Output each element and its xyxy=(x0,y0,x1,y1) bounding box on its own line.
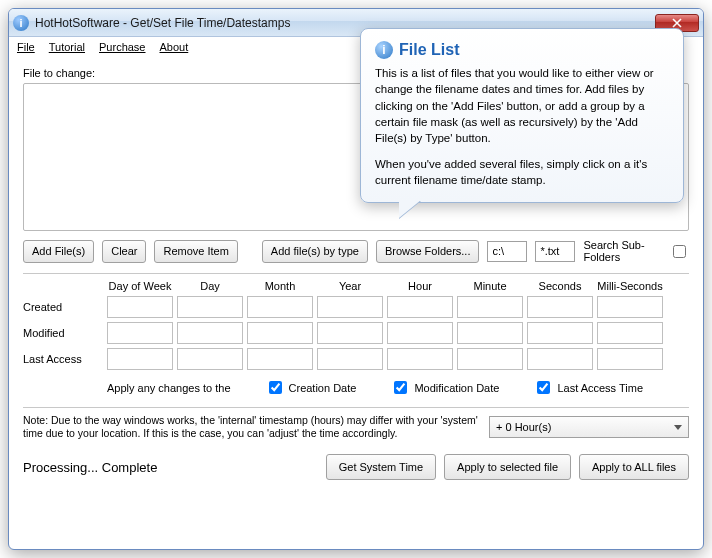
lastaccess-checkbox[interactable] xyxy=(537,381,550,394)
separator-2 xyxy=(23,407,689,408)
col-minute: Minute xyxy=(457,280,523,292)
app-icon: i xyxy=(13,15,29,31)
modification-date-checkbox[interactable] xyxy=(394,381,407,394)
row-created-label: Created xyxy=(23,301,103,313)
info-icon: i xyxy=(375,41,393,59)
browse-folders-button[interactable]: Browse Folders... xyxy=(376,240,480,263)
apply-row: Apply any changes to the Creation Date M… xyxy=(23,378,689,397)
col-month: Month xyxy=(247,280,313,292)
remove-item-button[interactable]: Remove Item xyxy=(154,240,237,263)
lastaccess-ms[interactable] xyxy=(597,348,663,370)
modified-seconds[interactable] xyxy=(527,322,593,344)
row-lastaccess-label: Last Access xyxy=(23,353,103,365)
modified-hour[interactable] xyxy=(387,322,453,344)
col-seconds: Seconds xyxy=(527,280,593,292)
modified-ms[interactable] xyxy=(597,322,663,344)
menu-purchase[interactable]: Purchase xyxy=(99,41,145,53)
tooltip-para2: When you've added several files, simply … xyxy=(375,156,669,188)
chevron-down-icon xyxy=(674,425,682,430)
note-row: Note: Due to the way windows works, the … xyxy=(23,414,689,440)
lastaccess-minute[interactable] xyxy=(457,348,523,370)
created-month[interactable] xyxy=(247,296,313,318)
search-subfolders-checkbox[interactable] xyxy=(673,245,686,258)
lastaccess-day[interactable] xyxy=(177,348,243,370)
col-hour: Hour xyxy=(387,280,453,292)
col-ms: Milli-Seconds xyxy=(597,280,663,292)
row-modified-label: Modified xyxy=(23,327,103,339)
created-year[interactable] xyxy=(317,296,383,318)
hour-offset-combo[interactable]: + 0 Hour(s) xyxy=(489,416,689,438)
hour-offset-value: + 0 Hour(s) xyxy=(496,421,551,433)
creation-date-label: Creation Date xyxy=(289,382,357,394)
menu-file[interactable]: File xyxy=(17,41,35,53)
add-by-type-button[interactable]: Add file(s) by type xyxy=(262,240,368,263)
created-dow[interactable] xyxy=(107,296,173,318)
lastaccess-label: Last Access Time xyxy=(557,382,643,394)
col-dow: Day of Week xyxy=(107,280,173,292)
modified-day[interactable] xyxy=(177,322,243,344)
file-buttons-row: Add File(s) Clear Remove Item Add file(s… xyxy=(23,239,689,263)
lastaccess-hour[interactable] xyxy=(387,348,453,370)
col-year: Year xyxy=(317,280,383,292)
modification-date-label: Modification Date xyxy=(414,382,499,394)
tooltip-tail xyxy=(399,200,421,218)
add-files-button[interactable]: Add File(s) xyxy=(23,240,94,263)
apply-changes-label: Apply any changes to the xyxy=(107,382,231,394)
note-text: Note: Due to the way windows works, the … xyxy=(23,414,479,440)
clear-button[interactable]: Clear xyxy=(102,240,146,263)
lastaccess-dow[interactable] xyxy=(107,348,173,370)
menu-tutorial[interactable]: Tutorial xyxy=(49,41,85,53)
creation-date-checkbox[interactable] xyxy=(269,381,282,394)
lastaccess-year[interactable] xyxy=(317,348,383,370)
modified-minute[interactable] xyxy=(457,322,523,344)
menu-about[interactable]: About xyxy=(160,41,189,53)
status-text: Processing... Complete xyxy=(23,460,318,475)
path-input[interactable] xyxy=(487,241,527,262)
apply-selected-button[interactable]: Apply to selected file xyxy=(444,454,571,480)
mask-input[interactable] xyxy=(535,241,575,262)
lastaccess-checkbox-wrap[interactable]: Last Access Time xyxy=(533,378,643,397)
lastaccess-month[interactable] xyxy=(247,348,313,370)
created-seconds[interactable] xyxy=(527,296,593,318)
bottom-row: Processing... Complete Get System Time A… xyxy=(23,454,689,480)
timestamp-grid: Day of Week Day Month Year Hour Minute S… xyxy=(23,280,689,370)
modified-year[interactable] xyxy=(317,322,383,344)
created-day[interactable] xyxy=(177,296,243,318)
close-icon xyxy=(672,18,682,28)
modification-date-checkbox-wrap[interactable]: Modification Date xyxy=(390,378,499,397)
get-system-time-button[interactable]: Get System Time xyxy=(326,454,436,480)
tooltip-para1: This is a list of files that you would l… xyxy=(375,65,669,145)
col-day: Day xyxy=(177,280,243,292)
apply-all-button[interactable]: Apply to ALL files xyxy=(579,454,689,480)
tooltip-title: File List xyxy=(399,39,459,61)
search-subfolders-label: Search Sub-Folders xyxy=(583,239,661,263)
modified-month[interactable] xyxy=(247,322,313,344)
created-hour[interactable] xyxy=(387,296,453,318)
created-ms[interactable] xyxy=(597,296,663,318)
creation-date-checkbox-wrap[interactable]: Creation Date xyxy=(265,378,357,397)
created-minute[interactable] xyxy=(457,296,523,318)
tooltip-callout: i File List This is a list of files that… xyxy=(360,28,684,203)
tooltip-title-row: i File List xyxy=(375,39,669,61)
lastaccess-seconds[interactable] xyxy=(527,348,593,370)
modified-dow[interactable] xyxy=(107,322,173,344)
separator-1 xyxy=(23,273,689,274)
